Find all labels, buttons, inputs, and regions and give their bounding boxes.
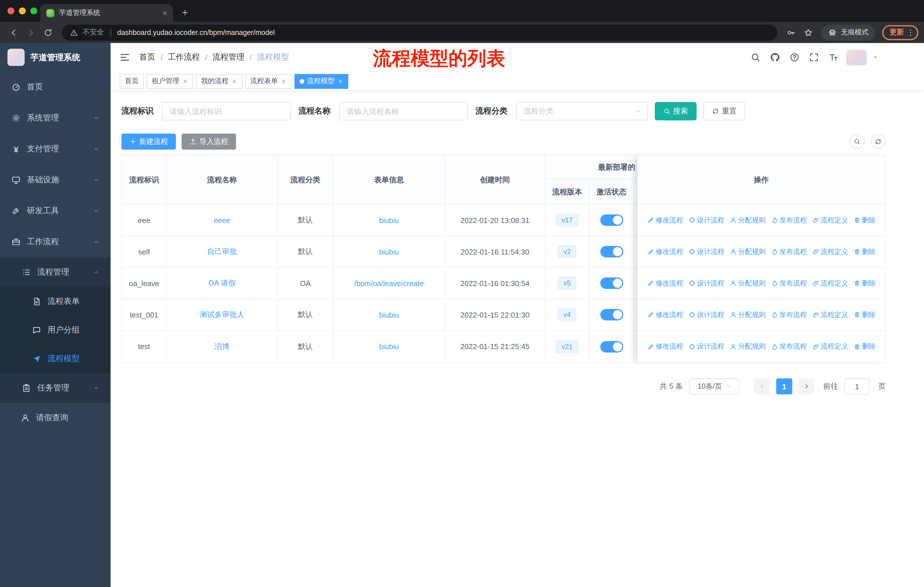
form-info-link[interactable]: biubiu xyxy=(379,342,399,351)
active-toggle[interactable] xyxy=(600,341,623,352)
forward-button[interactable] xyxy=(23,24,39,40)
assign-action-link[interactable]: 分配规则 xyxy=(729,215,766,225)
window-minimize-button[interactable] xyxy=(19,7,26,14)
category-select[interactable]: 流程分类 xyxy=(516,102,648,121)
fullscreen-icon[interactable] xyxy=(807,50,821,64)
process-name-link[interactable]: 滔博 xyxy=(214,341,229,352)
design-action-link[interactable]: 设计流程 xyxy=(688,310,724,319)
process-name-link[interactable]: OA 请假 xyxy=(208,278,236,288)
address-bar[interactable]: 不安全 dashboard.yudao.iocoder.cn/bpm/manag… xyxy=(62,24,777,40)
edit-action-link[interactable]: 修改流程 xyxy=(647,342,683,351)
tag-tenant-mgmt[interactable]: 租户管理 xyxy=(147,74,193,89)
close-icon[interactable] xyxy=(182,78,188,84)
sidebar-item-workflow[interactable]: 工作流程 xyxy=(0,227,111,257)
window-zoom-button[interactable] xyxy=(30,7,37,14)
browser-tab[interactable]: 芋道管理系统 xyxy=(40,4,173,22)
search-button[interactable]: 搜索 xyxy=(655,102,696,121)
sidebar-item-system[interactable]: 系统管理 xyxy=(0,103,111,134)
tag-my-process[interactable]: 我的流程 xyxy=(196,74,242,89)
close-icon[interactable] xyxy=(281,78,286,84)
sidebar-item-process-mgmt[interactable]: 流程管理 xyxy=(0,257,111,287)
update-button[interactable]: 更新 ⋮ xyxy=(882,25,918,40)
assign-action-link[interactable]: 分配规则 xyxy=(729,247,766,256)
next-page-button[interactable] xyxy=(799,378,815,394)
import-process-button[interactable]: 导入流程 xyxy=(182,134,236,150)
sidebar-item-process-form[interactable]: 流程表单 xyxy=(0,287,111,316)
new-tab-button[interactable] xyxy=(181,8,189,17)
refresh-table-button[interactable] xyxy=(871,134,886,149)
tag-process-model[interactable]: 流程模型 xyxy=(294,74,348,89)
definition-action-link[interactable]: 流程定义 xyxy=(812,215,848,225)
sidebar-item-infrastructure[interactable]: 基础设施 xyxy=(0,165,111,195)
assign-action-link[interactable]: 分配规则 xyxy=(729,342,766,351)
publish-action-link[interactable]: 发布流程 xyxy=(771,342,807,351)
design-action-link[interactable]: 设计流程 xyxy=(688,247,724,256)
publish-action-link[interactable]: 发布流程 xyxy=(771,310,807,319)
definition-action-link[interactable]: 流程定义 xyxy=(812,310,848,319)
menu-dots-icon[interactable]: ⋮ xyxy=(907,28,914,37)
search-icon[interactable] xyxy=(749,50,762,64)
delete-action-link[interactable]: 删除 xyxy=(853,310,876,319)
active-toggle[interactable] xyxy=(600,246,623,257)
delete-action-link[interactable]: 删除 xyxy=(853,278,876,288)
close-icon[interactable] xyxy=(231,78,237,84)
window-close-button[interactable] xyxy=(7,7,14,14)
edit-action-link[interactable]: 修改流程 xyxy=(647,247,683,256)
help-icon[interactable] xyxy=(788,50,802,64)
active-toggle[interactable] xyxy=(600,309,623,321)
active-toggle[interactable] xyxy=(600,214,623,226)
edit-action-link[interactable]: 修改流程 xyxy=(647,310,683,319)
page-size-select[interactable]: 10条/页 xyxy=(689,378,739,394)
close-icon[interactable] xyxy=(337,78,343,84)
process-name-link[interactable]: eeee xyxy=(214,216,230,225)
back-button[interactable] xyxy=(6,24,22,40)
process-key-input[interactable] xyxy=(162,102,291,121)
assign-action-link[interactable]: 分配规则 xyxy=(729,310,766,319)
user-avatar[interactable] xyxy=(846,50,867,65)
form-info-link[interactable]: /bpm/oa/leave/create xyxy=(354,279,424,288)
key-icon[interactable] xyxy=(783,24,799,40)
reset-button[interactable]: 重置 xyxy=(703,102,745,121)
breadcrumb-workflow[interactable]: 工作流程 xyxy=(168,52,200,63)
active-toggle[interactable] xyxy=(600,278,623,289)
page-1-button[interactable]: 1 xyxy=(776,378,792,394)
sidebar-item-home[interactable]: 首页 xyxy=(0,72,111,103)
delete-action-link[interactable]: 删除 xyxy=(853,342,876,351)
bookmark-star-icon[interactable] xyxy=(800,24,816,40)
github-icon[interactable] xyxy=(768,50,782,64)
prev-page-button[interactable] xyxy=(754,378,770,394)
tag-process-form[interactable]: 流程表单 xyxy=(245,74,292,89)
design-action-link[interactable]: 设计流程 xyxy=(688,278,724,288)
hamburger-button[interactable] xyxy=(111,51,139,63)
publish-action-link[interactable]: 发布流程 xyxy=(771,215,807,225)
sidebar-item-devtools[interactable]: 研发工具 xyxy=(0,195,111,227)
font-size-icon[interactable] xyxy=(827,50,840,64)
process-name-link[interactable]: 自己审批 xyxy=(207,246,237,257)
sidebar-item-leave-query[interactable]: 请假查询 xyxy=(0,403,111,433)
definition-action-link[interactable]: 流程定义 xyxy=(812,247,848,256)
breadcrumb-home[interactable]: 首页 xyxy=(139,52,155,63)
edit-action-link[interactable]: 修改流程 xyxy=(647,215,683,225)
publish-action-link[interactable]: 发布流程 xyxy=(771,278,807,288)
sidebar-item-user-group[interactable]: 用户分组 xyxy=(0,316,111,344)
create-process-button[interactable]: 新建流程 xyxy=(121,134,176,150)
sidebar-item-task-mgmt[interactable]: 任务管理 xyxy=(0,373,111,403)
sidebar-logo[interactable]: 芋道管理系统 xyxy=(0,43,111,72)
tag-home[interactable]: 首页 xyxy=(120,74,144,89)
sidebar-item-process-model[interactable]: 流程模型 xyxy=(0,344,111,373)
form-info-link[interactable]: biubiu xyxy=(379,311,399,319)
design-action-link[interactable]: 设计流程 xyxy=(688,215,724,225)
tab-close-icon[interactable] xyxy=(162,10,168,16)
reload-button[interactable] xyxy=(40,24,56,40)
delete-action-link[interactable]: 删除 xyxy=(853,247,876,256)
edit-action-link[interactable]: 修改流程 xyxy=(647,278,683,288)
definition-action-link[interactable]: 流程定义 xyxy=(812,342,848,351)
publish-action-link[interactable]: 发布流程 xyxy=(771,247,807,256)
form-info-link[interactable]: biubiu xyxy=(379,216,399,225)
definition-action-link[interactable]: 流程定义 xyxy=(812,278,848,288)
delete-action-link[interactable]: 删除 xyxy=(853,215,876,225)
goto-page-input[interactable] xyxy=(844,378,870,394)
sidebar-item-payment[interactable]: ¥ 支付管理 xyxy=(0,134,111,165)
show-search-button[interactable] xyxy=(850,134,865,149)
process-name-input[interactable] xyxy=(339,102,468,121)
